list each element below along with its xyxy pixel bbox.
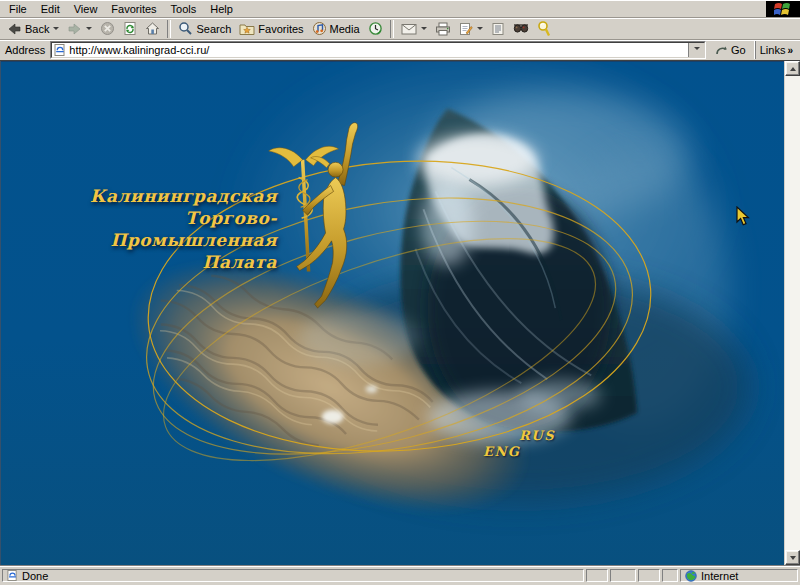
security-zone-pane: Internet [680,569,798,582]
go-button[interactable]: Go [711,41,750,59]
research-button[interactable] [533,18,555,39]
go-icon [715,44,729,57]
org-title: Калининградская Торгово- Промышленная Па… [90,185,277,273]
status-bar: Done Internet [0,565,800,585]
org-title-line: Промышленная [90,229,277,251]
toolbar: Back Search Favorites Media [0,18,800,40]
menu-tools[interactable]: Tools [164,2,204,16]
media-button[interactable]: Media [308,18,364,39]
links-button[interactable]: Links » [755,41,797,59]
edit-dropdown-icon[interactable] [477,27,483,33]
messenger-icon [513,23,529,34]
scroll-up-button[interactable] [785,61,800,76]
scroll-down-button[interactable] [785,550,800,565]
stop-icon [100,21,115,36]
org-title-line: Калининградская [90,185,277,207]
globe-icon [685,570,697,582]
history-button[interactable] [364,18,387,39]
page-content: Калининградская Торгово- Промышленная Па… [0,61,800,565]
favorites-icon [239,22,255,36]
forward-dropdown-icon[interactable] [86,27,92,33]
lang-link-rus[interactable]: RUS [519,428,555,443]
toolbar-separator [390,20,394,38]
ie-page-icon [7,570,18,581]
back-label: Back [25,23,49,35]
messenger-button[interactable] [509,18,533,39]
chevron-down-icon [694,47,700,53]
print-button[interactable] [431,18,455,39]
favorites-button[interactable]: Favorites [235,18,307,39]
menu-bar: File Edit View Favorites Tools Help [0,0,800,18]
ie-page-icon [54,44,66,56]
edit-icon [459,22,473,36]
status-pane [638,569,660,582]
address-input[interactable] [69,44,685,56]
mail-icon [401,23,417,35]
status-pane [662,569,678,582]
page-artwork: Калининградская Торгово- Промышленная Па… [0,61,784,565]
search-button[interactable]: Search [174,18,235,39]
links-chevron-icon: » [787,45,793,56]
forward-button[interactable] [63,18,96,39]
home-button[interactable] [141,18,164,39]
org-title-line: Палата [90,251,277,273]
back-button[interactable]: Back [3,18,63,39]
research-icon [537,21,551,37]
search-icon [178,21,193,36]
discuss-button[interactable] [487,18,509,39]
menu-file[interactable]: File [2,2,34,16]
menu-help[interactable]: Help [203,2,240,16]
media-label: Media [330,23,360,35]
org-title-line: Торгово- [90,207,277,229]
status-message-pane: Done [2,569,584,582]
browser-window: File Edit View Favorites Tools Help Back [0,0,800,585]
refresh-button[interactable] [119,18,141,39]
refresh-icon [123,21,137,36]
address-bar: Address Go Links » [0,40,800,61]
menu-favorites[interactable]: Favorites [104,2,163,16]
mail-dropdown-icon[interactable] [421,27,427,33]
address-field [50,41,706,59]
windows-flag-icon [766,1,800,17]
mail-button[interactable] [397,18,431,39]
history-icon [368,21,383,36]
links-label: Links [760,44,786,56]
menu-edit[interactable]: Edit [34,2,67,16]
zone-text: Internet [701,570,738,582]
discuss-icon [491,22,505,36]
edit-button[interactable] [455,18,487,39]
toolbar-separator [167,20,171,38]
search-label: Search [196,23,231,35]
home-icon [145,21,160,36]
status-pane [586,569,608,582]
print-icon [435,22,451,36]
status-pane [610,569,636,582]
back-arrow-icon [7,22,22,36]
arrow-up-icon [790,64,796,71]
media-icon [312,21,327,36]
vertical-scrollbar[interactable] [784,61,800,565]
address-label: Address [5,44,45,56]
arrow-down-icon [790,556,796,563]
stop-button[interactable] [96,18,119,39]
sea-collage-image [0,61,784,565]
address-dropdown-button[interactable] [688,43,704,57]
status-text: Done [22,570,48,582]
favorites-label: Favorites [258,23,303,35]
forward-arrow-icon [67,22,82,36]
back-dropdown-icon[interactable] [53,27,59,33]
go-label: Go [731,44,746,56]
menu-view[interactable]: View [67,2,105,16]
lang-link-eng[interactable]: ENG [483,444,520,459]
